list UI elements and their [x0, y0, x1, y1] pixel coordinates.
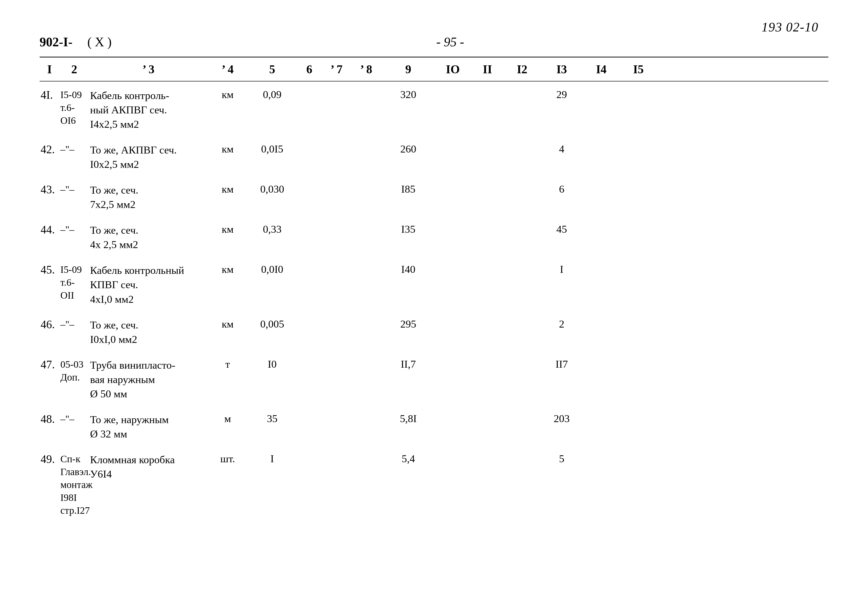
- col-header-10: IO: [436, 62, 470, 76]
- row-7-col-9: II,7: [381, 358, 436, 370]
- row-6-col-1: 46.: [40, 318, 59, 331]
- row-8-col-2: –"–: [59, 412, 89, 425]
- col-header-12: I2: [505, 62, 539, 76]
- row-3-col-4: км: [208, 183, 248, 195]
- row-4-col-3: То же, сеч. 4x 2,5 мм2: [89, 223, 208, 252]
- row-5-col-9: I40: [381, 263, 436, 275]
- form-number: 902-I-: [40, 35, 73, 49]
- row-1-col-9: 320: [381, 89, 436, 101]
- col-header-8: ’ 8: [351, 62, 381, 76]
- row-3-col-9: I85: [381, 183, 436, 195]
- row-5-col-13: I: [539, 263, 584, 275]
- row-6-col-9: 295: [381, 318, 436, 330]
- col-header-1: I: [40, 62, 59, 76]
- table-row: 44.–"–То же, сеч. 4x 2,5 мм2км0,33I3545: [40, 219, 828, 256]
- row-2-col-4: км: [208, 143, 248, 155]
- row-8-col-13: 203: [539, 412, 584, 424]
- row-5-col-4: км: [208, 263, 248, 275]
- header-divider: [40, 57, 828, 58]
- row-2-col-1: 42.: [40, 143, 59, 156]
- row-1-col-4: км: [208, 89, 248, 101]
- col-header-2: 2: [59, 62, 89, 76]
- table-row: 42.–"–То же, АКПВГ сеч. I0x2,5 мм2км0,0I…: [40, 138, 828, 176]
- row-2-col-13: 4: [539, 143, 584, 155]
- page-header: 902-I- ( X ) - 95 -: [40, 35, 828, 49]
- row-4-col-13: 45: [539, 223, 584, 235]
- doc-number: 193 02-10: [762, 20, 818, 34]
- table-header-row: I 2 ’ 3 ’ 4 5 6 ’ 7 ’ 8 9 IO II I2 I3 I4…: [40, 62, 828, 81]
- row-7-col-5: I0: [248, 358, 297, 370]
- row-8-col-3: То же, наружным Ø 32 мм: [89, 412, 208, 441]
- row-5-col-3: Кабель контрольный КПВГ сеч. 4xI,0 мм2: [89, 263, 208, 306]
- row-4-col-9: I35: [381, 223, 436, 235]
- row-4-col-5: 0,33: [248, 223, 297, 235]
- row-3-col-3: То же, сеч. 7x2,5 мм2: [89, 183, 208, 212]
- row-4-col-1: 44.: [40, 223, 59, 236]
- row-3-col-5: 0,030: [248, 183, 297, 195]
- col-header-14: I4: [584, 62, 618, 76]
- row-1-col-2: I5-09 т.6-OI6: [59, 89, 89, 127]
- row-9-col-13: 5: [539, 452, 584, 465]
- row-1-col-5: 0,09: [248, 89, 297, 101]
- row-4-col-2: –"–: [59, 223, 89, 236]
- table-row: 46.–"–То же, сеч. I0xI,0 мм2км0,0052952: [40, 314, 828, 351]
- table-body: 4I.I5-09 т.6-OI6Кабель контроль- ный АКП…: [40, 84, 828, 521]
- col-header-7: ’ 7: [322, 62, 351, 76]
- row-7-col-1: 47.: [40, 358, 59, 371]
- row-6-col-2: –"–: [59, 318, 89, 331]
- row-2-col-3: То же, АКПВГ сеч. I0x2,5 мм2: [89, 143, 208, 172]
- col-header-3: ’ 3: [89, 62, 208, 76]
- row-7-col-13: II7: [539, 358, 584, 370]
- row-9-col-9: 5,4: [381, 452, 436, 465]
- row-8-col-9: 5,8I: [381, 412, 436, 424]
- col-header-6: 6: [297, 62, 322, 76]
- row-1-col-1: 4I.: [40, 89, 59, 101]
- row-6-col-4: км: [208, 318, 248, 330]
- row-9-col-2: Сп-к Главэл. монтаж I98I стр.I27: [59, 452, 89, 517]
- row-1-col-13: 29: [539, 89, 584, 101]
- row-9-col-4: шт.: [208, 452, 248, 465]
- row-4-col-4: км: [208, 223, 248, 235]
- row-5-col-1: 45.: [40, 263, 59, 276]
- row-1-col-3: Кабель контроль- ный АКПВГ сеч. I4x2,5 м…: [89, 89, 208, 132]
- table-row: 47.05-03 Доп.Труба винипласто- вая наруж…: [40, 354, 828, 406]
- row-8-col-4: м: [208, 412, 248, 424]
- row-5-col-5: 0,0I0: [248, 263, 297, 275]
- row-9-col-3: Кломмная коробка У6I4: [89, 452, 208, 481]
- row-6-col-3: То же, сеч. I0xI,0 мм2: [89, 318, 208, 347]
- row-2-col-2: –"–: [59, 143, 89, 156]
- row-3-col-1: 43.: [40, 183, 59, 196]
- col-header-4: ’ 4: [208, 62, 248, 76]
- row-7-col-3: Труба винипласто- вая наружным Ø 50 мм: [89, 358, 208, 401]
- row-6-col-5: 0,005: [248, 318, 297, 330]
- col-header-11: II: [470, 62, 505, 76]
- col-header-13: I3: [539, 62, 584, 76]
- row-8-col-1: 48.: [40, 412, 59, 426]
- row-8-col-5: 35: [248, 412, 297, 424]
- row-9-col-1: 49.: [40, 452, 59, 466]
- row-9-col-5: I: [248, 452, 297, 465]
- row-2-col-9: 260: [381, 143, 436, 155]
- table-row: 48.–"–То же, наружным Ø 32 ммм355,8I203: [40, 408, 828, 446]
- row-3-col-13: 6: [539, 183, 584, 195]
- col-header-15: I5: [618, 62, 658, 76]
- row-2-col-5: 0,0I5: [248, 143, 297, 155]
- page: 193 02-10 902-I- ( X ) - 95 - I 2 ’ 3 ’ …: [0, 0, 868, 614]
- row-7-col-2: 05-03 Доп.: [59, 358, 89, 384]
- page-number: - 95 -: [72, 35, 828, 49]
- table-row: 4I.I5-09 т.6-OI6Кабель контроль- ный АКП…: [40, 84, 828, 136]
- col-header-5: 5: [248, 62, 297, 76]
- row-3-col-2: –"–: [59, 183, 89, 196]
- row-5-col-2: I5-09 т.6-OII: [59, 263, 89, 302]
- row-6-col-13: 2: [539, 318, 584, 330]
- row-7-col-4: т: [208, 358, 248, 370]
- table-row: 43.–"–То же, сеч. 7x2,5 мм2км0,030I856: [40, 179, 828, 216]
- table-row: 49.Сп-к Главэл. монтаж I98I стр.I27Кломм…: [40, 448, 828, 521]
- table-row: 45.I5-09 т.6-OIIКабель контрольный КПВГ …: [40, 259, 828, 311]
- col-header-9: 9: [381, 62, 436, 76]
